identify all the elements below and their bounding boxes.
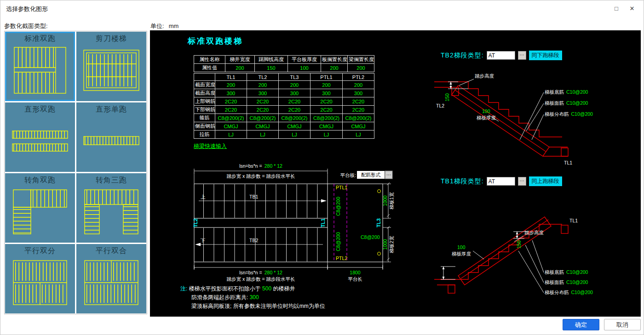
flight2-width-value[interactable]: 1000	[382, 239, 388, 250]
attr-value[interactable]: 100	[288, 64, 321, 72]
beam-col-header: PTL1	[310, 74, 343, 81]
beam-cell-value[interactable]: 2C20	[310, 97, 343, 106]
plan-top-dim-value[interactable]: 280 * 12	[264, 163, 282, 169]
thumbnail-parallel-double-split[interactable]: 平行双分	[5, 244, 75, 313]
beam-cell-value[interactable]: LJ	[310, 131, 343, 139]
close-button[interactable]: ✕	[625, 4, 639, 14]
beam-cell-value[interactable]: LJ	[247, 131, 279, 139]
beam-cell-value[interactable]: CMGJ	[310, 122, 343, 131]
note-value[interactable]: 300	[250, 294, 259, 301]
beam-cell-value[interactable]: 200	[247, 81, 279, 89]
tb2-step-height-value[interactable]: 150	[444, 93, 450, 102]
notes: 注: 楼梯水平投影面积不扣除小于 500 的楼梯井 防滑条两端起步距离共: 30…	[180, 284, 325, 311]
maximize-button[interactable]: □	[610, 4, 623, 14]
beam-row-label: 下部钢筋	[194, 106, 215, 114]
note-line: 注: 楼梯水平投影面积不扣除小于 500 的楼梯井	[180, 284, 325, 293]
beam-cell-value[interactable]: LJ	[215, 131, 247, 139]
beam-cell-value[interactable]: 300	[343, 89, 374, 97]
beam-cell-value[interactable]: 2C20	[343, 97, 374, 106]
thumbnail-corner-double-run[interactable]: 转角双跑	[5, 173, 75, 243]
beam-cell-value[interactable]: CMGJ	[279, 122, 310, 131]
unit-value: mm	[169, 23, 179, 29]
beam-cell-value[interactable]: CMGJ	[247, 122, 279, 131]
platform-rebar-value[interactable]: 配筋形式	[361, 172, 381, 177]
ok-button[interactable]: 确定	[563, 319, 599, 330]
beam-cell-value[interactable]: 2C20	[279, 106, 310, 114]
beam-cell-value[interactable]: 200	[215, 81, 247, 89]
beam-cell-value[interactable]: LJ	[343, 131, 374, 139]
thumbnail-straight-double-run[interactable]: 直形双跑	[5, 102, 75, 172]
cancel-button[interactable]: 取消	[604, 319, 641, 330]
beam-cell-value[interactable]: 2C20	[215, 97, 247, 106]
note-line: 防滑条两端起步距离共: 300	[191, 293, 325, 302]
beam-cell-value[interactable]: C8@200(2)	[279, 114, 310, 122]
beam-col-header: TL2	[247, 74, 279, 81]
beam-cell-value[interactable]: C8@200(2)	[343, 114, 374, 122]
beam-cell-value[interactable]: 200	[310, 81, 343, 89]
thumbnail-label: 直形单跑	[76, 102, 146, 114]
plan-bottom-dim-formula: lsn=bs*n =	[239, 270, 262, 275]
thumbnail-label: 平行双分	[5, 244, 75, 256]
platform-stirrup-label[interactable]: C8@200	[335, 232, 341, 251]
beam-cell-value[interactable]: 300	[247, 89, 279, 97]
attr-value[interactable]: 150	[255, 64, 288, 72]
tb1-step-height-value[interactable]: 150	[516, 240, 522, 249]
thumbnail-standard-double-run[interactable]: 标准双跑	[5, 32, 75, 101]
beam-cell-value[interactable]: 2C20	[247, 97, 279, 106]
platform-rebar-more-button[interactable]: ···	[386, 172, 391, 177]
thumbnail-corner-triple-run[interactable]: 转角三跑	[76, 173, 146, 243]
unit-label: 单位:	[150, 23, 164, 29]
tb2-top-rebar-value[interactable]: C10@200	[566, 100, 588, 106]
tb1-more-button[interactable]: ···	[518, 177, 526, 186]
tb1-same-as-upper-button[interactable]: 同上跑梯段	[529, 176, 562, 186]
beam-cell-value[interactable]: 2C20	[343, 106, 374, 114]
beam-cell-value[interactable]: C8@200(2)	[247, 114, 279, 122]
cad-canvas: 标准双跑楼梯 属性名称 梯井宽度 踢脚线高度 平台板厚度 板搁置长度 梁搁置长度…	[150, 30, 641, 317]
tb1-top-rebar-value[interactable]: C10@200	[566, 279, 588, 285]
dim-arrow	[516, 236, 518, 238]
platform-stirrup-label[interactable]: C8@200	[361, 234, 380, 240]
flight2-width-label: 梯板2宽	[389, 236, 394, 254]
tb1-type-input[interactable]	[487, 177, 515, 186]
platform-rebar-select[interactable]: 配筋形式 ···	[357, 171, 392, 179]
beam-cell-value[interactable]: C8@200(2)	[310, 114, 343, 122]
tb1-dist-rebar-value[interactable]: C10@200	[571, 290, 593, 295]
stair-plan-drawing: lsn=bs*n =280 * 12 踏步宽 x 踏步数 = 踏步段水平长 平台…	[180, 163, 397, 283]
tb2-more-button[interactable]: ···	[518, 51, 526, 60]
attr-value[interactable]: 200	[348, 64, 374, 72]
thumbnail-scissor-stair[interactable]: 剪刀楼梯	[76, 32, 146, 101]
beam-cell-value[interactable]: 300	[279, 89, 310, 97]
beam-cell-value[interactable]: C8@200(2)	[215, 114, 247, 122]
beam-cell-value[interactable]: 2C20	[215, 106, 247, 114]
plan-bottom-dim-value[interactable]: 280 * 12	[264, 270, 282, 275]
platform-length-value[interactable]: 1800	[350, 270, 361, 275]
beam-cell-value[interactable]: CMGJ	[343, 122, 374, 131]
beam-cell-value[interactable]: 2C20	[279, 97, 310, 106]
tb1-bottom-rebar-value[interactable]: C10@200	[566, 269, 588, 275]
tb2-thickness-value[interactable]: 100	[482, 108, 490, 114]
attr-value[interactable]: 200	[321, 64, 348, 72]
platform-stirrup-label[interactable]: C8@200	[335, 197, 341, 216]
beam-cell-value[interactable]: 300	[215, 89, 247, 97]
quick-input-link[interactable]: 梯梁快速输入	[194, 142, 227, 150]
thumbnail-straight-single-run[interactable]: 直形单跑	[76, 102, 146, 172]
tb2-type-input[interactable]	[487, 51, 515, 60]
attr-header: 板搁置长度	[321, 56, 348, 64]
beam-cell-value[interactable]: 2C20	[310, 106, 343, 114]
tb1-thickness-value[interactable]: 100	[457, 244, 466, 250]
beam-cell-value[interactable]: CMGJ	[215, 122, 247, 131]
beam-cell-value[interactable]: 200	[343, 81, 374, 89]
tb2-dist-rebar-value[interactable]: C10@200	[571, 111, 593, 117]
attr-value[interactable]: 200	[225, 64, 255, 72]
flight1-width-value[interactable]: 1000	[382, 195, 388, 206]
thumbnail-label: 直形双跑	[5, 102, 75, 114]
beam-cell-value[interactable]: 200	[279, 81, 310, 89]
note-value[interactable]: 500	[262, 285, 271, 292]
tb2-bottom-rebar-value[interactable]: C10@200	[566, 89, 588, 95]
beam-cell-value[interactable]: LJ	[279, 131, 310, 139]
beam-cell-value[interactable]: 2C20	[247, 106, 279, 114]
thumbnail-graphic	[8, 45, 72, 97]
beam-cell-value[interactable]: 300	[310, 89, 343, 97]
thumbnail-parallel-double-merge[interactable]: 平行双合	[76, 244, 146, 313]
tb2-same-as-lower-button[interactable]: 同下跑梯段	[529, 51, 562, 60]
